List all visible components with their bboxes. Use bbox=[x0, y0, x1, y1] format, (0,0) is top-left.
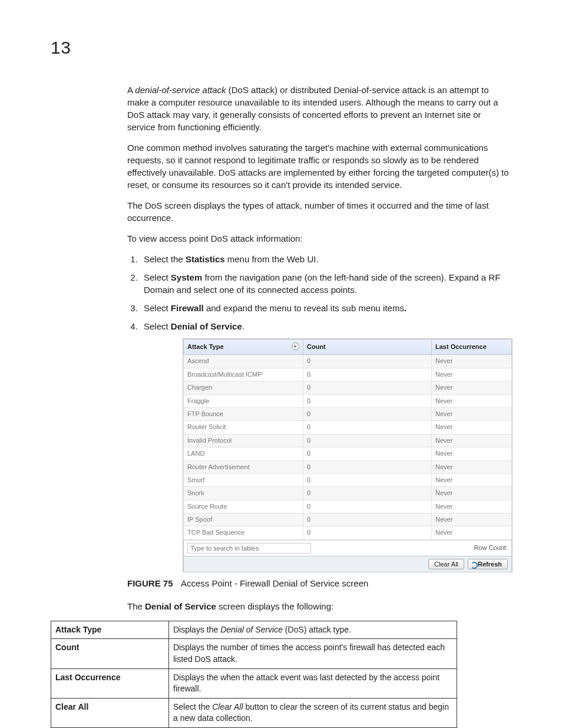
cell-count: 0 bbox=[303, 487, 432, 500]
cell-last-occurrence: Never bbox=[432, 447, 512, 460]
cell-last-occurrence: Never bbox=[432, 421, 512, 434]
body-text: A denial-of-service attack (DoS attack) … bbox=[127, 84, 511, 612]
clear-all-button[interactable]: Clear All bbox=[428, 559, 464, 569]
cell-count: 0 bbox=[303, 407, 432, 420]
desc-definition: Select the Clear All button to clear the… bbox=[169, 698, 457, 727]
step-3: Select Firewall and expand the menu to r… bbox=[140, 302, 511, 314]
text: Displays the bbox=[173, 625, 220, 634]
menu-name: Denial of Service bbox=[171, 321, 242, 331]
table-footer: Row Count: bbox=[183, 540, 512, 556]
paragraph-instructions-lead: To view access point DoS attack informat… bbox=[127, 232, 511, 245]
description-intro: The Denial of Service screen displays th… bbox=[127, 600, 511, 612]
desc-term: Count bbox=[51, 639, 169, 668]
text: and expand the menu to reveal its sub me… bbox=[204, 303, 404, 313]
screen-name: Denial of Service bbox=[145, 601, 216, 611]
row-count-label: Row Count: bbox=[474, 543, 508, 552]
cell-count: 0 bbox=[303, 421, 432, 434]
table-row[interactable]: Router Solicit0Never bbox=[184, 421, 512, 434]
desc-term: Last Occurrence bbox=[51, 668, 169, 698]
text: menu from the Web UI. bbox=[225, 254, 319, 264]
cell-count: 0 bbox=[303, 500, 432, 513]
dos-screenshot: Attack Type Count Last Occurrence Ascend… bbox=[183, 338, 513, 572]
cell-last-occurrence: Never bbox=[432, 434, 512, 447]
page: 13 A denial-of-service attack (DoS attac… bbox=[0, 0, 562, 728]
figure-title: Access Point - Firewall Denial of Servic… bbox=[181, 578, 368, 588]
step-1: Select the Statistics menu from the Web … bbox=[140, 253, 511, 265]
cell-last-occurrence: Never bbox=[432, 526, 512, 539]
sort-ascending-icon[interactable] bbox=[292, 342, 299, 350]
table-row[interactable]: Smurf0Never bbox=[184, 473, 512, 486]
desc-definition: Displays the number of times the access … bbox=[169, 639, 457, 668]
cell-last-occurrence: Never bbox=[432, 473, 512, 486]
refresh-button[interactable]: Refresh bbox=[468, 559, 508, 569]
cell-count: 0 bbox=[303, 394, 432, 407]
text: (DoS) attack type. bbox=[283, 625, 351, 634]
paragraph-method: One common method involves saturating th… bbox=[127, 141, 511, 191]
table-row[interactable]: Source Route0Never bbox=[184, 500, 512, 513]
cell-attack-type: Smurf bbox=[184, 473, 303, 486]
cell-last-occurrence: Never bbox=[432, 487, 512, 500]
table-row[interactable]: Router Advertisement0Never bbox=[184, 460, 512, 473]
cell-last-occurrence: Never bbox=[432, 500, 512, 513]
step-2: Select System from the navigation pane (… bbox=[140, 271, 511, 296]
text: Select the bbox=[144, 254, 186, 264]
figure-label: FIGURE 75 bbox=[127, 578, 173, 588]
table-row[interactable]: IP Spoof0Never bbox=[184, 513, 512, 526]
text: Select the bbox=[173, 702, 212, 711]
desc-row: Last OccurrenceDisplays the when the att… bbox=[51, 668, 457, 698]
col-attack-type[interactable]: Attack Type bbox=[184, 340, 303, 355]
cell-count: 0 bbox=[303, 460, 432, 473]
text: Select bbox=[144, 321, 171, 331]
cell-attack-type: Invalid Protocol bbox=[184, 434, 303, 447]
header-label: Attack Type bbox=[187, 343, 224, 350]
table-row[interactable]: Fraggle0Never bbox=[184, 394, 512, 407]
cell-attack-type: Router Advertisement bbox=[184, 460, 303, 473]
cell-attack-type: Router Solicit bbox=[184, 421, 303, 434]
col-count[interactable]: Count bbox=[303, 340, 432, 355]
cell-attack-type: LAND bbox=[184, 447, 303, 460]
table-row[interactable]: TCP Bad Sequence0Never bbox=[184, 526, 512, 539]
desc-definition: Displays the Denial of Service (DoS) att… bbox=[169, 621, 457, 639]
cell-count: 0 bbox=[303, 368, 432, 381]
table-row[interactable]: Chargen0Never bbox=[184, 381, 512, 394]
search-input[interactable] bbox=[187, 543, 311, 554]
punct: . bbox=[404, 303, 406, 313]
table-body: Ascend0NeverBroadcast/Multicast ICMP0Nev… bbox=[184, 355, 512, 539]
text: A bbox=[127, 85, 135, 95]
cell-last-occurrence: Never bbox=[432, 381, 512, 394]
screenshot-container: Attack Type Count Last Occurrence Ascend… bbox=[183, 338, 511, 572]
cell-last-occurrence: Never bbox=[432, 394, 512, 407]
cell-count: 0 bbox=[303, 473, 432, 486]
desc-term: Clear All bbox=[51, 698, 169, 727]
instruction-list: Select the Statistics menu from the Web … bbox=[127, 253, 511, 332]
cell-attack-type: TCP Bad Sequence bbox=[184, 526, 303, 539]
cell-last-occurrence: Never bbox=[432, 368, 512, 381]
table-row[interactable]: FTP Bounce0Never bbox=[184, 407, 512, 420]
table-row[interactable]: LAND0Never bbox=[184, 447, 512, 460]
cell-last-occurrence: Never bbox=[432, 407, 512, 420]
cell-last-occurrence: Never bbox=[432, 355, 512, 368]
dos-table: Attack Type Count Last Occurrence Ascend… bbox=[183, 339, 512, 540]
cell-last-occurrence: Never bbox=[432, 460, 512, 473]
table-row[interactable]: Snork0Never bbox=[184, 487, 512, 500]
italic-term: Clear All bbox=[212, 702, 243, 711]
table-row[interactable]: Invalid Protocol0Never bbox=[184, 434, 512, 447]
paragraph-intro: A denial-of-service attack (DoS attack) … bbox=[127, 84, 511, 133]
col-last-occurrence[interactable]: Last Occurrence bbox=[432, 340, 512, 355]
paragraph-dos-screen: The DoS screen displays the types of att… bbox=[127, 199, 511, 224]
desc-definition: Displays the when the attack event was l… bbox=[169, 668, 457, 698]
desc-row: Attack TypeDisplays the Denial of Servic… bbox=[51, 621, 457, 639]
menu-name: Statistics bbox=[186, 254, 225, 264]
menu-name: Firewall bbox=[171, 303, 204, 313]
table-row[interactable]: Ascend0Never bbox=[184, 355, 512, 368]
table-row[interactable]: Broadcast/Multicast ICMP0Never bbox=[184, 368, 512, 381]
text: . bbox=[242, 321, 244, 331]
desc-term: Attack Type bbox=[51, 621, 169, 639]
cell-attack-type: Ascend bbox=[184, 355, 303, 368]
menu-name: System bbox=[171, 272, 202, 282]
cell-count: 0 bbox=[303, 526, 432, 539]
cell-attack-type: Source Route bbox=[184, 500, 303, 513]
cell-attack-type: Chargen bbox=[184, 381, 303, 394]
desc-row: CountDisplays the number of times the ac… bbox=[51, 639, 457, 668]
cell-last-occurrence: Never bbox=[432, 513, 512, 526]
